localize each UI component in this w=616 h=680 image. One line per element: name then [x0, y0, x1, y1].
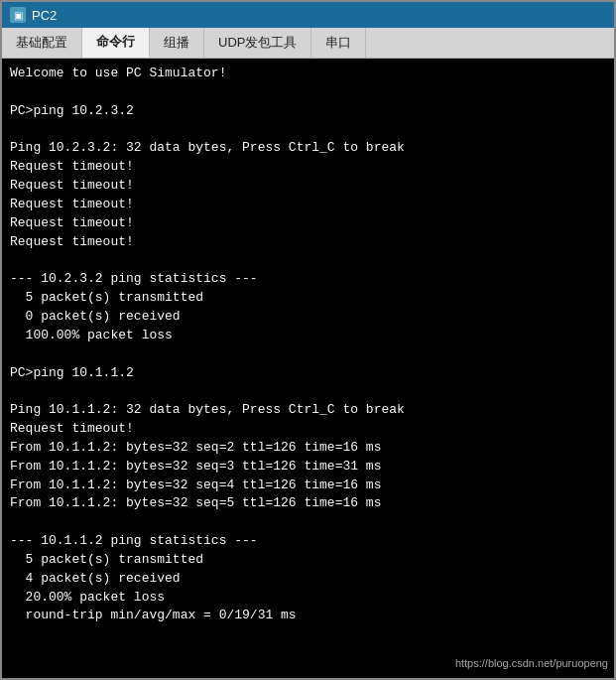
tab-serial[interactable]: 串口	[311, 28, 366, 58]
tab-basics[interactable]: 基础配置	[2, 28, 82, 58]
window-icon: ▣	[10, 7, 26, 23]
title-bar: ▣ PC2	[2, 2, 614, 28]
tab-udp[interactable]: UDP发包工具	[204, 28, 311, 58]
window: ▣ PC2 基础配置 命令行 组播 UDP发包工具 串口 Welcome to …	[0, 0, 616, 680]
watermark: https://blog.csdn.net/puruopeng	[455, 656, 608, 672]
tab-command[interactable]: 命令行	[82, 28, 150, 58]
tab-multicast[interactable]: 组播	[150, 28, 204, 58]
tab-bar: 基础配置 命令行 组播 UDP发包工具 串口	[2, 28, 614, 59]
terminal[interactable]: Welcome to use PC Simulator! PC>ping 10.…	[2, 59, 614, 678]
terminal-content: Welcome to use PC Simulator! PC>ping 10.…	[10, 65, 606, 625]
window-title: PC2	[32, 8, 57, 23]
